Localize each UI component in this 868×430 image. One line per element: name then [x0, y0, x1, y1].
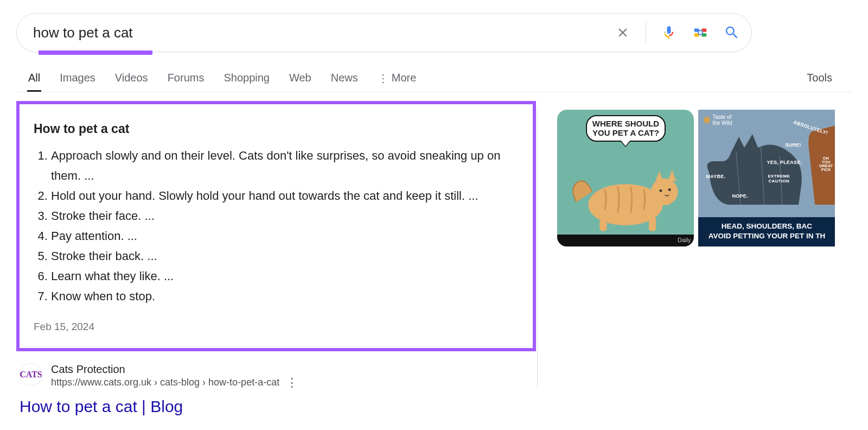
- snippet-item: Stroke their back. ...: [51, 246, 519, 267]
- tab-more[interactable]: ⋮ More: [376, 72, 418, 92]
- image-result-1[interactable]: WHERE SHOULD YOU PET A CAT?: [557, 110, 694, 246]
- cat-illustration: [569, 142, 684, 246]
- search-icon[interactable]: [721, 22, 743, 43]
- svg-rect-7: [649, 217, 656, 231]
- svg-marker-10: [668, 170, 676, 181]
- snippet-item: Pay attention. ...: [51, 226, 519, 246]
- image-search-icon[interactable]: [690, 22, 711, 43]
- tab-all[interactable]: All: [27, 72, 41, 92]
- bubble-line1: WHERE SHOULD: [592, 119, 659, 128]
- image2-footer: HEAD, SHOULDERS, BAC AVOID PETTING YOUR …: [698, 217, 835, 246]
- image-results: WHERE SHOULD YOU PET A CAT?: [557, 110, 852, 246]
- tab-forums[interactable]: Forums: [167, 72, 206, 92]
- source-name: Cats Protection: [51, 363, 298, 376]
- source-url[interactable]: https://www.cats.org.uk › cats-blog › ho…: [51, 377, 279, 388]
- snippet-title: How to pet a cat: [34, 122, 519, 136]
- snippet-item: Learn what they like. ...: [51, 267, 519, 287]
- img2-footer-line2: AVOID PETTING YOUR PET IN TH: [709, 232, 826, 240]
- snippet-item: Approach slowly and on their level. Cats…: [51, 146, 519, 186]
- snippet-list: Approach slowly and on their level. Cats…: [34, 146, 519, 307]
- featured-snippet: How to pet a cat Approach slowly and on …: [16, 101, 536, 351]
- svg-point-8: [651, 178, 678, 205]
- tab-videos[interactable]: Videos: [114, 72, 149, 92]
- snippet-item: Hold out your hand. Slowly hold your han…: [51, 186, 519, 206]
- favicon-text: CATS: [20, 370, 42, 380]
- snippet-date: Feb 15, 2024: [34, 321, 519, 333]
- label-great-pick: OH YOU GREAT PICK: [819, 156, 833, 172]
- svg-point-11: [660, 189, 662, 192]
- search-bar: [16, 13, 752, 52]
- svg-point-4: [698, 30, 703, 35]
- tab-shopping[interactable]: Shopping: [222, 72, 271, 92]
- tab-web[interactable]: Web: [288, 72, 312, 92]
- label-maybe: MAYBE.: [706, 174, 725, 179]
- clear-icon[interactable]: [612, 22, 634, 43]
- separator: [646, 22, 646, 43]
- query-highlight: [39, 50, 152, 55]
- snippet-item: Know when to stop.: [51, 287, 519, 307]
- tab-more-label: More: [392, 72, 417, 84]
- svg-rect-6: [600, 217, 607, 231]
- tools-button[interactable]: Tools: [807, 72, 832, 92]
- tab-images[interactable]: Images: [59, 72, 97, 92]
- result-source: CATS Cats Protection https://www.cats.or…: [20, 363, 536, 389]
- label-caution: EXTREME CAUTION: [768, 174, 790, 184]
- search-tabs: All Images Videos Forums Shopping Web Ne…: [16, 72, 852, 92]
- image-result-2[interactable]: Taste of the Wild ABSOLUTE: [698, 110, 835, 246]
- result-title-link[interactable]: How to pet a cat | Blog: [20, 397, 536, 416]
- search-input[interactable]: [33, 24, 612, 41]
- voice-search-icon[interactable]: [658, 22, 680, 43]
- more-dots-icon: ⋮: [378, 73, 388, 84]
- snippet-item: Stroke their face. ...: [51, 206, 519, 226]
- tab-news[interactable]: News: [330, 72, 359, 92]
- svg-marker-9: [656, 171, 663, 181]
- result-menu-icon[interactable]: ⋮: [286, 377, 298, 389]
- source-favicon: CATS: [20, 363, 42, 386]
- svg-point-12: [668, 188, 671, 191]
- label-yes-please: YES, PLEASE.: [767, 160, 802, 165]
- speech-bubble: WHERE SHOULD YOU PET A CAT?: [586, 115, 666, 142]
- label-sure: SURE!: [785, 142, 801, 148]
- label-nope: NOPE.: [732, 193, 748, 199]
- img2-footer-line1: HEAD, SHOULDERS, BAC: [722, 222, 812, 230]
- image-footer-brand: Daily: [557, 235, 694, 246]
- bubble-line2: YOU PET A CAT?: [592, 128, 659, 137]
